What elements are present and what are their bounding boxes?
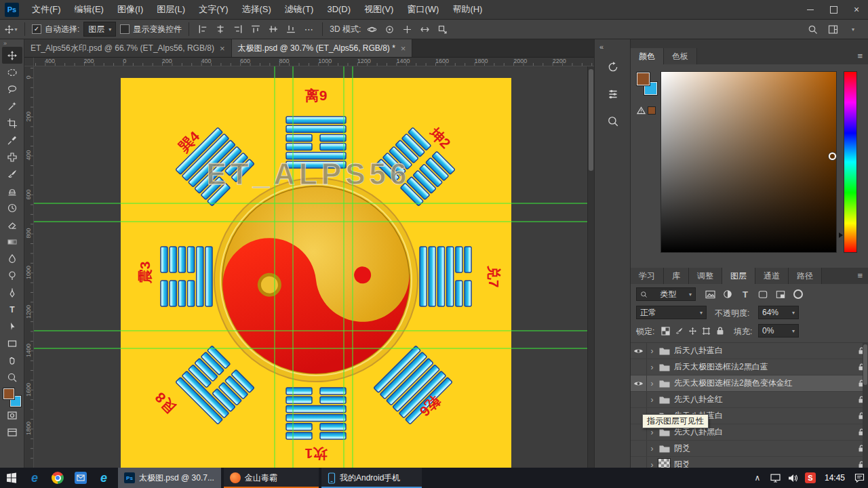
sogou-input-icon[interactable]: S <box>802 468 819 488</box>
3d-slide-button[interactable] <box>418 22 431 37</box>
panel-icon-properties[interactable] <box>604 85 622 103</box>
auto-select-checkbox[interactable]: ✓ 自动选择: <box>32 24 79 35</box>
filter-shape-layers-button[interactable] <box>755 287 770 301</box>
workspace-chooser-button[interactable]: ▾ <box>846 22 860 37</box>
vertical-ruler[interactable]: 020040060080010001200140016001800 <box>24 66 34 468</box>
menu-item[interactable]: 滤镜(T) <box>278 0 321 19</box>
layer-expand-icon[interactable]: › <box>647 428 657 437</box>
layer-expand-icon[interactable]: › <box>647 444 657 453</box>
workspace-layout-button[interactable] <box>826 22 840 37</box>
tab-channels[interactable]: 通道 <box>755 268 789 284</box>
lock-pixels-button[interactable] <box>673 324 686 338</box>
history-brush-tool[interactable] <box>2 199 22 216</box>
taskbar-clock[interactable]: 14:45 <box>819 473 850 483</box>
document-tab-inactive[interactable]: ET_Alps56水印.psd @ 66.7% (ET_Alps56, RGB/… <box>24 39 232 57</box>
layer-visibility-toggle[interactable] <box>631 375 647 391</box>
blend-mode-dropdown[interactable]: 正常▾ <box>636 306 707 319</box>
hidden-icons-chevron[interactable]: ∧ <box>749 468 766 488</box>
align-center-h-button[interactable] <box>214 22 227 37</box>
panel-icon-history[interactable] <box>604 58 622 76</box>
panel-menu-icon[interactable]: ≡ <box>857 268 863 284</box>
tab-adjustments[interactable]: 调整 <box>689 268 722 284</box>
volume-icon[interactable] <box>784 468 802 488</box>
panel-icon-search[interactable] <box>604 112 622 130</box>
filter-smart-objects-button[interactable] <box>773 287 788 301</box>
layer-row[interactable]: ›先天太极图选框法2颜色变体金红 <box>631 375 868 392</box>
layer-row[interactable]: ›后天太极图选框法2黑白蓝 <box>631 359 868 375</box>
layer-expand-icon[interactable]: › <box>647 346 657 356</box>
dodge-tool[interactable] <box>2 267 22 284</box>
gamut-warning[interactable] <box>637 106 656 115</box>
tab-close-icon[interactable]: × <box>220 43 225 54</box>
menu-item[interactable]: 文字(Y) <box>192 0 235 19</box>
taskbar-button-android-phone[interactable]: 我的Android手机 <box>321 468 422 488</box>
filter-pixel-layers-button[interactable] <box>703 287 717 301</box>
color-field-marker[interactable] <box>829 152 836 160</box>
layer-visibility-toggle[interactable] <box>631 441 647 456</box>
3d-orbit-button[interactable] <box>365 22 378 37</box>
hue-slider[interactable] <box>844 71 857 253</box>
menu-item[interactable]: 选择(S) <box>235 0 277 19</box>
panel-menu-icon[interactable]: ≡ <box>857 48 863 64</box>
zoom-tool[interactable] <box>2 369 22 386</box>
document-tab-active[interactable]: 太极图.psd @ 30.7% (ET_Alps56, RGB/8) * × <box>232 39 413 57</box>
magic-wand-tool[interactable] <box>2 98 22 115</box>
ruler-origin-corner[interactable] <box>24 57 34 66</box>
layer-expand-icon[interactable]: › <box>647 395 657 405</box>
expand-panels-icon[interactable]: « <box>599 43 604 51</box>
horizontal-ruler[interactable]: 4002000200400600800100012001400160018002… <box>34 57 594 66</box>
layer-expand-icon[interactable]: › <box>647 379 657 388</box>
lock-artboard-button[interactable] <box>700 324 713 338</box>
hand-tool[interactable] <box>2 352 22 369</box>
layer-visibility-toggle[interactable] <box>631 457 647 468</box>
hue-slider-marker[interactable] <box>839 232 843 238</box>
taskbar-button-kingsoft[interactable]: 金山毒霸 <box>224 468 319 488</box>
brush-tool[interactable] <box>2 165 22 182</box>
move-tool[interactable] <box>2 47 22 64</box>
pc-status-icon[interactable] <box>766 468 784 488</box>
more-options-button[interactable]: ⋯ <box>302 22 315 37</box>
layer-expand-icon[interactable]: › <box>647 460 657 468</box>
canvas-vertical-scrollbar[interactable] <box>587 66 594 468</box>
healing-brush-tool[interactable] <box>2 148 22 165</box>
filter-type-layers-button[interactable]: T <box>738 287 753 301</box>
gradient-tool[interactable] <box>2 233 22 250</box>
fill-dropdown[interactable]: 0%▾ <box>758 324 799 338</box>
tab-libraries[interactable]: 库 <box>664 268 689 284</box>
screen-mode-button[interactable] <box>2 424 22 441</box>
clone-stamp-tool[interactable] <box>2 182 22 199</box>
quick-mask-button[interactable] <box>2 407 22 424</box>
tab-paths[interactable]: 路径 <box>789 268 822 284</box>
canvas-viewport[interactable]: 离9坤2兑7乾6坎1艮8震3巽4 ET_ALPS56 <box>34 66 594 468</box>
taskbar-button-photoshop[interactable]: Ps 太极图.psd @ 30.7... <box>118 468 221 488</box>
layer-visibility-toggle[interactable] <box>631 343 647 359</box>
edge-icon[interactable]: e <box>92 468 115 488</box>
type-tool[interactable]: T <box>2 301 22 318</box>
filter-adjustment-layers-button[interactable] <box>720 287 735 301</box>
3d-pan-button[interactable] <box>400 22 414 37</box>
tools-collapse-icon[interactable]: » <box>0 40 7 47</box>
saturation-brightness-field[interactable] <box>660 71 837 253</box>
path-selection-tool[interactable] <box>2 318 22 335</box>
maximize-button[interactable] <box>822 0 845 19</box>
pen-tool[interactable] <box>2 284 22 301</box>
menu-item[interactable]: 图像(I) <box>111 0 150 19</box>
lasso-tool[interactable] <box>2 81 22 98</box>
foreground-color-swatch[interactable] <box>3 388 14 399</box>
close-button[interactable]: × <box>845 0 868 19</box>
layer-row[interactable]: ›先天八卦金红 <box>631 392 868 408</box>
document-canvas[interactable]: 离9坤2兑7乾6坎1艮8震3巽4 ET_ALPS56 <box>34 66 594 468</box>
align-bottom-button[interactable] <box>284 22 298 37</box>
opacity-dropdown[interactable]: 64%▾ <box>758 306 799 319</box>
lock-all-button[interactable] <box>713 324 726 338</box>
menu-item[interactable]: 3D(D) <box>320 0 357 19</box>
search-button[interactable] <box>806 22 819 37</box>
tab-swatches[interactable]: 色板 <box>664 48 697 64</box>
menu-item[interactable]: 文件(F) <box>25 0 68 19</box>
tab-layers[interactable]: 图层 <box>722 268 755 284</box>
rectangle-tool[interactable] <box>2 335 22 352</box>
layers-scrollbar[interactable] <box>863 342 868 468</box>
lock-position-button[interactable] <box>686 324 699 338</box>
start-button[interactable] <box>0 468 23 488</box>
color-swatches[interactable] <box>3 388 21 407</box>
